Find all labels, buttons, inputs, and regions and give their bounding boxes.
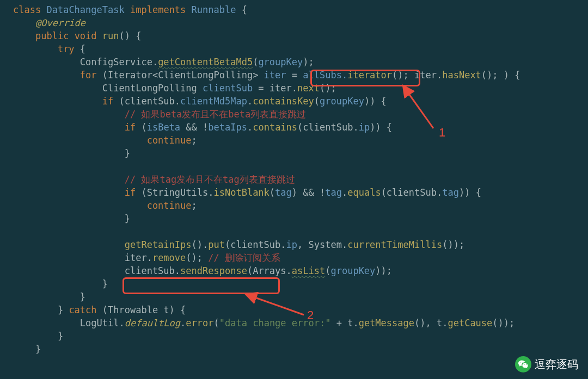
wechat-icon	[515, 356, 531, 372]
annotation-label-1: 1	[439, 126, 445, 139]
watermark-text: 逗弈逐码	[535, 358, 578, 371]
annotation-override: @Override	[35, 17, 85, 28]
kw-class: class	[13, 4, 41, 15]
comment-remove-sub: // 删除订阅关系	[208, 252, 280, 263]
code-block: class DataChangeTask implements Runnable…	[0, 0, 588, 356]
watermark: 逗弈逐码	[515, 356, 578, 372]
comment-tag-skip: // 如果tag发布且不在tag列表直接跳过	[125, 174, 295, 185]
annotation-label-2: 2	[307, 309, 314, 322]
comment-beta-skip: // 如果beta发布且不在beta列表直接跳过	[125, 109, 307, 120]
